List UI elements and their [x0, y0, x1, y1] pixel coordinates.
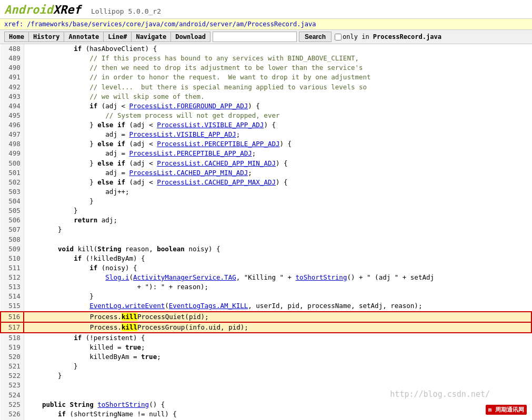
line-number: 516 [1, 312, 24, 322]
table-row: 492 // level... but there is special mea… [1, 83, 531, 92]
only-label: only in ProcessRecord.java [343, 33, 441, 40]
table-row: 514 } [1, 292, 531, 301]
site-version: Lollipop 5.0.0_r2 [91, 7, 161, 15]
line-number: 508 [1, 235, 24, 244]
table-row: 488 if (hasAboveClient) { [1, 44, 531, 54]
table-row: 526 if (shortStringName != null) { [1, 409, 531, 419]
line-number: 496 [1, 120, 24, 130]
line-number: 514 [1, 292, 24, 301]
line-number: 509 [1, 244, 24, 254]
line-number: 499 [1, 149, 24, 158]
line-code: killedByAm = true; [24, 352, 531, 362]
line-code: // then we need to drop its adjustment t… [24, 63, 531, 73]
table-row: 501 adj = ProcessList.CACHED_APP_MIN_ADJ… [1, 168, 531, 178]
table-row: 500 } else if (adj < ProcessList.CACHED_… [1, 159, 531, 168]
line-code: } else if (adj < ProcessList.VISIBLE_APP… [24, 120, 531, 130]
line-number: 523 [1, 381, 24, 390]
line-code: // If this process has bound to any serv… [24, 54, 531, 63]
code-area: 488 if (hasAboveClient) {489 // If this … [0, 44, 532, 420]
code-table: 488 if (hasAboveClient) {489 // If this … [0, 44, 532, 420]
table-row: 490 // then we need to drop its adjustme… [1, 63, 531, 73]
line-number: 502 [1, 178, 24, 187]
table-row: 513 + "): " + reason); [1, 282, 531, 292]
table-row: 524 [1, 391, 531, 400]
logo-bottom: m 周期通讯网 [486, 405, 527, 415]
table-row: 491 // in order to honor the request. We… [1, 73, 531, 82]
line-number: 524 [1, 391, 24, 400]
navbar: Home History Annotate Line# Navigate Dow… [0, 30, 532, 44]
nav-navigate[interactable]: Navigate [131, 32, 170, 42]
line-number: 506 [1, 216, 24, 225]
line-code [24, 391, 531, 400]
line-code: } [24, 206, 531, 216]
table-row: 504 } [1, 197, 531, 206]
table-row: 494 if (adj < ProcessList.FOREGROUND_APP… [1, 101, 531, 111]
search-input[interactable] [213, 32, 297, 42]
table-row: 518 if (!persistent) { [1, 333, 531, 343]
line-code: if (adj < ProcessList.FOREGROUND_APP_ADJ… [24, 101, 531, 111]
line-number: 519 [1, 343, 24, 352]
line-code: Process.killProcessQuiet(pid); [24, 312, 531, 322]
search-button[interactable]: Search [299, 32, 332, 42]
line-code: if (!killedByAm) { [24, 254, 531, 263]
table-row: 507 } [1, 225, 531, 234]
line-number: 515 [1, 301, 24, 311]
line-number: 518 [1, 333, 24, 343]
line-code: } [24, 362, 531, 371]
table-row: 519 killed = true; [1, 343, 531, 352]
line-code: } else if (adj < ProcessList.CACHED_APP_… [24, 178, 531, 187]
breadcrumb: xref: /frameworks/base/services/core/jav… [0, 18, 532, 30]
line-code: public String toShortString() { [24, 400, 531, 409]
table-row: 505 } [1, 206, 531, 216]
table-row: 522 } [1, 371, 531, 381]
line-code: } [24, 371, 531, 381]
nav-download[interactable]: Download [170, 32, 210, 42]
line-code: // level... but there is special meaning… [24, 83, 531, 92]
line-number: 504 [1, 197, 24, 206]
only-checkbox[interactable] [335, 34, 342, 40]
line-number: 526 [1, 409, 24, 419]
table-row: 502 } else if (adj < ProcessList.CACHED_… [1, 178, 531, 187]
line-number: 513 [1, 282, 24, 292]
table-row: 520 killedByAm = true; [1, 352, 531, 362]
nav-line[interactable]: Line# [103, 32, 131, 42]
line-number: 521 [1, 362, 24, 371]
table-row: 493 // we will skip some of them. [1, 92, 531, 101]
line-code: return adj; [24, 216, 531, 225]
line-code: Slog.i(ActivityManagerService.TAG, "Kill… [24, 273, 531, 282]
line-number: 490 [1, 63, 24, 73]
table-row: 497 adj = ProcessList.VISIBLE_APP_ADJ; [1, 130, 531, 139]
line-number: 493 [1, 92, 24, 101]
line-number: 495 [1, 111, 24, 120]
line-number: 525 [1, 400, 24, 409]
table-row: 510 if (!killedByAm) { [1, 254, 531, 263]
table-row: 489 // If this process has bound to any … [1, 54, 531, 63]
table-row: 525 public String toShortString() { [1, 400, 531, 409]
line-code: adj = ProcessList.VISIBLE_APP_ADJ; [24, 130, 531, 139]
line-number: 491 [1, 73, 24, 82]
line-code: Process.killProcessGroup(info.uid, pid); [24, 322, 531, 333]
nav-home[interactable]: Home [4, 32, 28, 42]
line-code: + "): " + reason); [24, 282, 531, 292]
table-row: 506 return adj; [1, 216, 531, 225]
line-code: adj++; [24, 187, 531, 197]
line-number: 501 [1, 168, 24, 178]
table-row: 512 Slog.i(ActivityManagerService.TAG, "… [1, 273, 531, 282]
table-row: 521 } [1, 362, 531, 371]
line-code: } else if (adj < ProcessList.CACHED_APP_… [24, 159, 531, 168]
line-code [24, 381, 531, 390]
table-row: 496 } else if (adj < ProcessList.VISIBLE… [1, 120, 531, 130]
table-row: 511 if (noisy) { [1, 263, 531, 273]
line-number: 492 [1, 83, 24, 92]
line-code: } [24, 197, 531, 206]
line-number: 522 [1, 371, 24, 381]
nav-annotate[interactable]: Annotate [64, 32, 103, 42]
table-row: 503 adj++; [1, 187, 531, 197]
nav-history[interactable]: History [28, 32, 64, 42]
line-code: EventLog.writeEvent(EventLogTags.AM_KILL… [24, 301, 531, 311]
table-row: 515 EventLog.writeEvent(EventLogTags.AM_… [1, 301, 531, 311]
line-code: if (!persistent) { [24, 333, 531, 343]
table-row: 495 // System process will not get dropp… [1, 111, 531, 120]
line-code: void kill(String reason, boolean noisy) … [24, 244, 531, 254]
line-code: if (hasAboveClient) { [24, 44, 531, 54]
